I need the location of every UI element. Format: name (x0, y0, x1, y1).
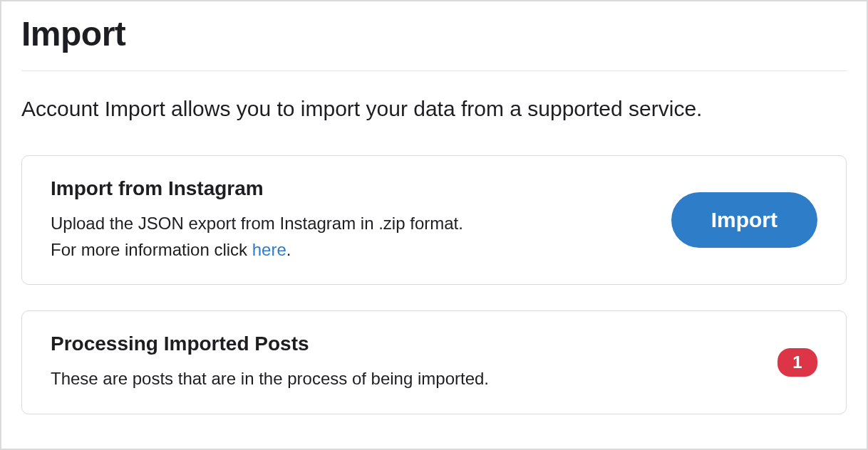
processing-card-title: Processing Imported Posts (51, 333, 763, 355)
processing-card-content: Processing Imported Posts These are post… (51, 333, 777, 392)
intro-text: Account Import allows you to import your… (21, 97, 847, 121)
processing-count-badge: 1 (777, 348, 817, 377)
import-card-description: Upload the JSON export from Instagram in… (51, 210, 657, 263)
import-desc-line2-suffix: . (286, 240, 291, 259)
import-desc-line1: Upload the JSON export from Instagram in… (51, 214, 463, 233)
import-card-content: Import from Instagram Upload the JSON ex… (51, 177, 671, 263)
more-info-link[interactable]: here (252, 240, 286, 259)
import-card-title: Import from Instagram (51, 177, 657, 200)
page-title: Import (21, 14, 847, 53)
import-desc-line2-prefix: For more information click (51, 240, 252, 259)
import-button[interactable]: Import (671, 192, 817, 248)
divider (21, 70, 847, 71)
processing-card-description: These are posts that are in the process … (51, 365, 763, 392)
processing-posts-card: Processing Imported Posts These are post… (21, 310, 847, 414)
import-instagram-card: Import from Instagram Upload the JSON ex… (21, 155, 847, 285)
import-page: Import Account Import allows you to impo… (0, 0, 868, 450)
